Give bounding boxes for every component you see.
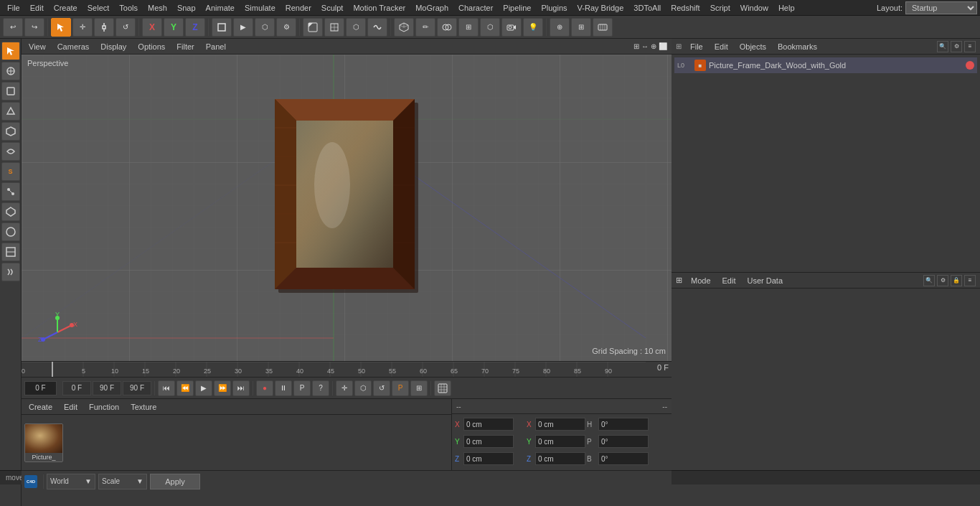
menu-pipeline[interactable]: Pipeline <box>499 2 535 14</box>
pen-button[interactable]: ✏ <box>415 18 435 37</box>
scale-tool-button[interactable] <box>94 18 114 37</box>
subdivision-button[interactable]: ⬡ <box>346 18 366 37</box>
viewport-shading-button[interactable] <box>303 18 323 37</box>
viewport-icon-2[interactable]: ↔ <box>641 42 649 50</box>
world-dropdown[interactable]: World ▼ <box>47 474 95 489</box>
current-frame-field[interactable] <box>24 381 57 395</box>
objects-menu-edit[interactable]: Edit <box>712 41 731 52</box>
menu-redshift[interactable]: Redshift <box>666 2 704 14</box>
object-item-frame[interactable]: L0 ■ Picture_Frame_Dark_Wood_with_Gold <box>674 57 977 73</box>
left-tool-0[interactable] <box>1 42 20 60</box>
wireframe-button[interactable] <box>324 18 344 37</box>
left-tool-4[interactable] <box>1 122 20 141</box>
left-tool-6[interactable]: S <box>1 162 20 181</box>
attr-search-icon[interactable]: 🔍 <box>923 275 935 286</box>
viewport-menu-display[interactable]: Display <box>98 41 129 52</box>
attr-menu-user-data[interactable]: User Data <box>745 275 786 286</box>
mat-menu-edit[interactable]: Edit <box>61 401 80 413</box>
coord-x-size-field[interactable]: 0 cm <box>535 418 585 431</box>
objects-menu-bookmarks[interactable]: Bookmarks <box>775 41 820 52</box>
viewport-menu-options[interactable]: Options <box>135 41 168 52</box>
timeline-ruler[interactable]: 0 5 10 15 20 25 30 35 <box>22 362 672 377</box>
objects-menu-view[interactable]: Objects <box>737 41 769 52</box>
playback-play-button[interactable]: ▶ <box>195 380 212 396</box>
objects-menu-file[interactable]: File <box>687 41 706 52</box>
coord-z-pos-field[interactable]: 0 cm <box>463 452 514 465</box>
attr-menu-mode[interactable]: Mode <box>688 275 714 286</box>
coord-y-size-field[interactable]: 0 cm <box>535 435 585 448</box>
scale-dropdown[interactable]: Scale ▼ <box>98 474 147 489</box>
viewport-menu-view[interactable]: View <box>26 41 49 52</box>
attr-menu-icon[interactable]: ≡ <box>964 275 976 286</box>
coord-p-rot-field[interactable]: 0° <box>598 435 649 448</box>
cube-button[interactable] <box>394 18 414 37</box>
mat-menu-texture[interactable]: Texture <box>128 401 159 413</box>
menu-simulate[interactable]: Simulate <box>240 2 280 14</box>
left-tool-8[interactable] <box>1 202 20 221</box>
menu-script[interactable]: Script <box>706 2 735 14</box>
render-settings-button[interactable]: ⚙ <box>276 18 296 37</box>
left-tool-10[interactable] <box>1 243 20 261</box>
menu-vray[interactable]: V-Ray Bridge <box>573 2 628 14</box>
move-tool-button[interactable]: ✛ <box>72 18 93 37</box>
viewport-icon-3[interactable]: ⊕ <box>651 42 656 50</box>
sym-button[interactable]: ⬡ <box>480 18 500 37</box>
playback-loop-button[interactable]: ⏸ <box>275 380 292 396</box>
menu-tools[interactable]: Tools <box>115 2 142 14</box>
viewport[interactable]: Perspective <box>22 55 672 361</box>
left-tool-2[interactable] <box>1 82 20 100</box>
frame-end-field[interactable] <box>93 381 121 395</box>
menu-select[interactable]: Select <box>83 2 114 14</box>
camera-button[interactable] <box>501 18 522 37</box>
menu-mesh[interactable]: Mesh <box>143 2 171 14</box>
objects-menu-icon[interactable]: ≡ <box>964 41 976 52</box>
motion-btn-1[interactable]: ✛ <box>336 380 353 396</box>
frame-start-field[interactable] <box>62 381 91 395</box>
motion-btn-6[interactable] <box>434 380 451 396</box>
menu-edit[interactable]: Edit <box>26 2 48 14</box>
playback-record-button[interactable]: ● <box>256 380 273 396</box>
deform-button[interactable] <box>367 18 387 37</box>
apply-button[interactable]: Apply <box>150 474 200 489</box>
render-button[interactable]: ▶ <box>233 18 253 37</box>
attr-settings-icon[interactable]: ⚙ <box>937 275 948 286</box>
playback-question-button[interactable]: ? <box>312 380 329 396</box>
playback-next-button[interactable]: ⏩ <box>214 380 231 396</box>
motion-btn-5[interactable]: ⊞ <box>410 380 428 396</box>
layout-select[interactable]: Startup <box>905 1 977 14</box>
snap-button[interactable]: ⊕ <box>550 18 570 37</box>
coord-b-rot-field[interactable]: 0° <box>598 452 649 465</box>
objects-settings-icon[interactable]: ⚙ <box>951 41 962 52</box>
motion-btn-2[interactable]: ⬡ <box>354 380 372 396</box>
menu-plugins[interactable]: Plugins <box>537 2 571 14</box>
menu-motion-tracker[interactable]: Motion Tracker <box>349 2 410 14</box>
coord-x-pos-field[interactable]: 0 cm <box>463 418 514 431</box>
menu-sculpt[interactable]: Sculpt <box>317 2 348 14</box>
left-tool-3[interactable] <box>1 102 20 121</box>
object-mode-button[interactable] <box>212 18 232 37</box>
object-visibility-dot[interactable] <box>966 61 974 70</box>
coord-z-size-field[interactable]: 0 cm <box>535 452 585 465</box>
grid-button[interactable]: ⊞ <box>571 18 591 37</box>
mat-menu-function[interactable]: Function <box>86 401 122 413</box>
redo-button[interactable]: ↪ <box>24 18 44 37</box>
playback-begin-button[interactable]: ⏮ <box>158 380 175 396</box>
playback-end-button[interactable]: ⏭ <box>232 380 250 396</box>
left-tool-5[interactable] <box>1 142 20 161</box>
playback-prev-button[interactable]: ⏪ <box>176 380 194 396</box>
render-region-button[interactable]: ⬡ <box>255 18 275 37</box>
left-tool-7[interactable] <box>1 182 20 201</box>
rotate-tool-button[interactable]: ↺ <box>116 18 136 37</box>
menu-character[interactable]: Character <box>454 2 497 14</box>
timeline-btn[interactable] <box>593 18 613 37</box>
menu-file[interactable]: File <box>3 2 24 14</box>
material-thumbnail[interactable]: Picture_ <box>24 423 63 462</box>
timeline-ruler-area[interactable]: 0 5 10 15 20 25 30 35 <box>22 361 672 377</box>
coord-y-pos-field[interactable]: 0 cm <box>463 435 514 448</box>
attr-menu-edit[interactable]: Edit <box>720 275 739 286</box>
menu-window[interactable]: Window <box>736 2 773 14</box>
menu-help[interactable]: Help <box>774 2 799 14</box>
axis-x-button[interactable]: X <box>142 18 162 37</box>
axis-z-button[interactable]: Z <box>185 18 205 37</box>
left-tool-9[interactable] <box>1 222 20 241</box>
